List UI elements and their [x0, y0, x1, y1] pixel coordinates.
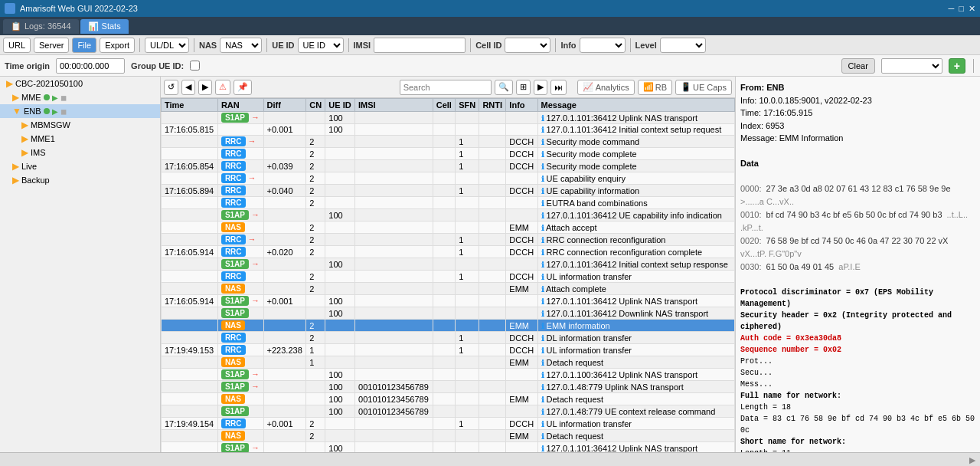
- table-row[interactable]: 17:19:49.153 RRC +223.238 1 1 DCCH ℹ UL …: [162, 344, 735, 356]
- table-row[interactable]: RRC → 2 1 DCCH ℹ RRC connection reconfig…: [162, 234, 735, 246]
- log-table-wrap[interactable]: Time RAN Diff CN UE ID IMSI Cell SFN RNT…: [161, 98, 735, 452]
- table-row[interactable]: RRC → 2 ℹ UE capability enquiry: [162, 172, 735, 185]
- table-row[interactable]: RRC 2 1 DCCH ℹ DL information transfer: [162, 332, 735, 344]
- col-imsi[interactable]: IMSI: [355, 99, 433, 112]
- col-info[interactable]: Info: [506, 99, 537, 112]
- maximize-btn[interactable]: □: [959, 4, 964, 14]
- layer-select[interactable]: NAS RRC S1AP: [220, 38, 262, 53]
- cell-ueid: [325, 197, 355, 209]
- prev-btn[interactable]: ◀: [181, 80, 195, 95]
- table-row[interactable]: 17:16:05.854 RRC +0.039 2 1 DCCH ℹ Secur…: [162, 160, 735, 172]
- info-select[interactable]: [580, 38, 626, 53]
- table-row[interactable]: 17:16:05.914 RRC +0.020 2 1 DCCH ℹ RRC c…: [162, 246, 735, 258]
- decoded-line: Short name for network:: [740, 436, 975, 448]
- col-ran[interactable]: RAN: [217, 99, 263, 112]
- warn-btn[interactable]: ⚠: [215, 80, 230, 95]
- col-message[interactable]: Message: [537, 99, 735, 112]
- table-row[interactable]: NAS 2 EMM ℹ Attach complete: [162, 283, 735, 295]
- cell-info: DCCH: [506, 136, 537, 148]
- table-row[interactable]: NAS 2 EMM ℹ EMM information: [162, 320, 735, 332]
- file-btn[interactable]: File: [72, 38, 96, 53]
- time-origin-input[interactable]: [56, 58, 125, 74]
- table-row[interactable]: S1AP → 100 ℹ 127.0.1.101:36412 UE capabi…: [162, 209, 735, 222]
- col-time[interactable]: Time: [162, 99, 218, 112]
- table-row[interactable]: RRC → 2 1 DCCH ℹ Security mode command: [162, 136, 735, 148]
- table-row[interactable]: RRC 2 ℹ EUTRA band combinations: [162, 197, 735, 209]
- sidebar-item-cbc[interactable]: ▶ CBC-2021050100: [0, 77, 160, 90]
- sidebar-item-live[interactable]: ▶ Live: [0, 159, 160, 173]
- table-row[interactable]: NAS 100 001010123456789 EMM ℹ Detach req…: [162, 393, 735, 405]
- cell-id-select[interactable]: [505, 38, 550, 53]
- search-icon-btn[interactable]: 🔍: [495, 80, 513, 95]
- sidebar-item-mbmsgw[interactable]: ▶ MBMSGW: [0, 118, 160, 132]
- cell-info: EMM: [506, 222, 537, 234]
- col-ueid[interactable]: UE ID: [325, 99, 355, 112]
- ue-id-select[interactable]: UE ID: [298, 38, 344, 53]
- uecaps-btn[interactable]: 📱 UE Caps: [675, 80, 732, 95]
- next-btn[interactable]: ▶: [198, 80, 212, 95]
- col-cell[interactable]: Cell: [433, 99, 455, 112]
- table-row[interactable]: 17:16:05.914 S1AP → +0.001 100 ℹ 127.0.1…: [162, 295, 735, 307]
- table-row[interactable]: NAS 1 EMM ℹ Detach request: [162, 356, 735, 369]
- protocol-badge: S1AP: [221, 443, 249, 452]
- table-row[interactable]: RRC 2 1 DCCH ℹ UL information transfer: [162, 271, 735, 283]
- minimize-btn[interactable]: ─: [949, 4, 955, 14]
- close-btn[interactable]: ✕: [969, 4, 975, 14]
- col-rnti[interactable]: RNTI: [479, 99, 506, 112]
- ul-dl-select[interactable]: UL/DL: [145, 38, 189, 53]
- tab-stats[interactable]: 📊 Stats: [80, 19, 129, 34]
- clear-btn[interactable]: Clear: [841, 58, 875, 74]
- col-cn[interactable]: CN: [306, 99, 325, 112]
- cell-ueid: [325, 418, 355, 430]
- clear-select[interactable]: [881, 58, 942, 74]
- table-row[interactable]: NAS 2 EMM ℹ Attach accept: [162, 222, 735, 234]
- grid-btn[interactable]: ⊞: [516, 80, 531, 95]
- cell-rnti: [479, 209, 506, 222]
- pin-btn[interactable]: 📌: [234, 80, 252, 95]
- table-row[interactable]: S1AP → 100 001010123456789 ℹ 127.0.1.48:…: [162, 381, 735, 393]
- table-row[interactable]: 17:19:49.154 RRC +0.001 2 1 DCCH ℹ UL in…: [162, 418, 735, 430]
- cell-cn: 1: [306, 356, 325, 369]
- sidebar-item-mme1[interactable]: ▶ MME1: [0, 132, 160, 146]
- rb-btn[interactable]: 📶 RB: [638, 80, 672, 95]
- tab-logs[interactable]: 📋 Logs: 36544: [3, 19, 79, 34]
- sidebar-item-ims[interactable]: ▶ IMS: [0, 146, 160, 159]
- level-select[interactable]: [660, 38, 706, 53]
- group-ue-checkbox[interactable]: [190, 61, 200, 71]
- cell-ran: NAS: [217, 320, 263, 332]
- info-icon: ℹ: [541, 445, 544, 453]
- imsi-input[interactable]: [374, 38, 466, 53]
- table-row[interactable]: S1AP 100 001010123456789 ℹ 127.0.1.48:77…: [162, 405, 735, 418]
- protocol-badge: RRC: [221, 418, 246, 428]
- info-icon: ℹ: [541, 371, 544, 379]
- refresh-btn[interactable]: ↺: [164, 80, 178, 95]
- col-sfn[interactable]: SFN: [456, 99, 479, 112]
- server-btn[interactable]: Server: [34, 38, 69, 53]
- sidebar-item-enb[interactable]: ▼ ENB ▶ ◼: [0, 104, 160, 118]
- table-row[interactable]: 17:16:05.815 +0.001 100 ℹ 127.0.1.101:36…: [162, 124, 735, 136]
- cell-ueid: 100: [325, 258, 355, 271]
- sidebar-item-backup[interactable]: ▶ Backup: [0, 173, 160, 187]
- arrow-right: →: [251, 443, 260, 452]
- sidebar-item-mme[interactable]: ▶ MME ▶ ◼: [0, 90, 160, 104]
- table-row[interactable]: RRC 2 1 DCCH ℹ Security mode complete: [162, 148, 735, 160]
- table-row[interactable]: 17:16:05.894 RRC +0.040 2 1 DCCH ℹ UE ca…: [162, 185, 735, 197]
- search-input[interactable]: [400, 80, 492, 95]
- col-diff[interactable]: Diff: [263, 99, 306, 112]
- info-icon: ℹ: [541, 322, 544, 330]
- table-row[interactable]: S1AP → 100 ℹ 127.0.1.101:36412 Uplink NA…: [162, 442, 735, 453]
- cell-diff: +0.001: [263, 295, 306, 307]
- export-btn[interactable]: Export: [100, 38, 135, 53]
- play-btn[interactable]: ▶: [534, 80, 547, 95]
- url-btn[interactable]: URL: [3, 38, 31, 53]
- cell-cn: [306, 209, 325, 222]
- step-btn[interactable]: ⏭: [550, 80, 567, 95]
- add-btn[interactable]: +: [949, 58, 965, 74]
- table-row[interactable]: NAS 2 EMM ℹ Detach request: [162, 430, 735, 442]
- table-row[interactable]: S1AP 100 ℹ 127.0.1.101:36412 Downlink NA…: [162, 307, 735, 320]
- table-row[interactable]: S1AP → 100 ℹ 127.0.1.101:36412 Uplink NA…: [162, 112, 735, 124]
- table-row[interactable]: S1AP → 100 ℹ 127.0.1.100:36412 Uplink NA…: [162, 369, 735, 381]
- table-row[interactable]: S1AP → 100 ℹ 127.0.1.101:36412 Initial c…: [162, 258, 735, 271]
- cell-cell: [433, 295, 455, 307]
- analytics-btn[interactable]: 📈 Analytics: [577, 80, 635, 95]
